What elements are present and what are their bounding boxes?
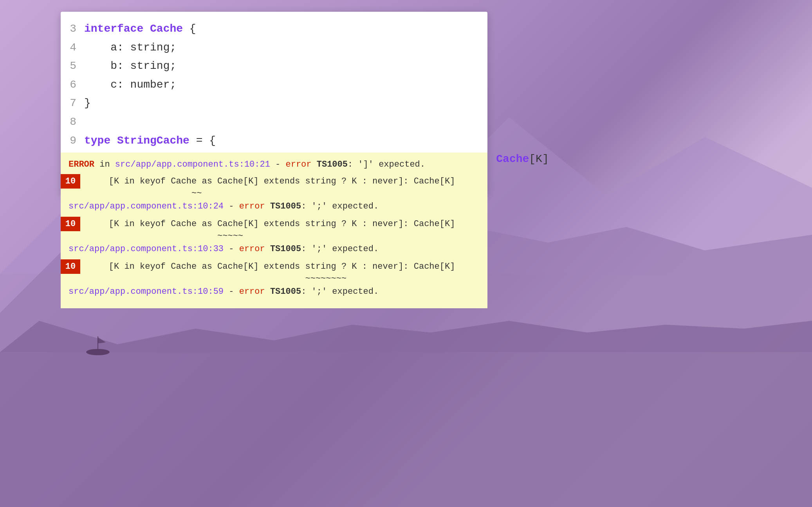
error-line-num-3: 10 — [61, 259, 80, 274]
token: b: string; — [84, 60, 176, 72]
msg-dash-3: - — [224, 287, 239, 297]
svg-point-4 — [86, 349, 110, 355]
token: { — [183, 23, 196, 35]
line-number: 6 — [61, 76, 84, 94]
error-msg-1: src/app/app.component.ts:10:24 - error T… — [61, 200, 487, 215]
code-line: 7} — [61, 94, 487, 113]
msg-code-1: TS1005: ';' expected. — [265, 201, 379, 211]
code-line: 3interface Cache { — [61, 20, 487, 38]
code-line: 4 a: string; — [61, 38, 487, 57]
line-content: interface Cache { — [84, 20, 487, 38]
error-line-row-2: 10 [K in keyof Cache as Cache[K] extends… — [61, 217, 487, 231]
error-line-code-1: [K in keyof Cache as Cache[K] extends st… — [80, 174, 463, 189]
token: type — [84, 135, 117, 147]
line-number: 3 — [61, 20, 84, 38]
line-number: 4 — [61, 38, 84, 57]
error-dash-1: - — [270, 160, 286, 169]
line-content: c: number; — [84, 76, 487, 94]
error-msg-3: src/app/app.component.ts:10:59 - error T… — [61, 285, 487, 300]
msg-code-3: TS1005: ';' expected. — [265, 287, 379, 297]
squiggle-spacer-3 — [61, 274, 80, 284]
code-line: 8 — [61, 113, 487, 131]
msg-code-2: TS1005: ';' expected. — [265, 244, 379, 254]
error-squiggle-2: ~~~~~ — [80, 231, 251, 241]
msg-label-1: error — [239, 201, 265, 211]
token: StringCache — [117, 135, 189, 147]
error-squiggle-row-3: ~~~~~~~~ — [61, 274, 487, 285]
squiggle-spacer-2 — [61, 231, 80, 241]
msg-label-3: error — [239, 287, 265, 297]
squiggle-spacer-1 — [61, 189, 80, 198]
error-line-code-2: [K in keyof Cache as Cache[K] extends st… — [80, 217, 463, 231]
svg-marker-3 — [0, 321, 812, 507]
error-line-row-3: 10 [K in keyof Cache as Cache[K] extends… — [61, 259, 487, 274]
line-content: } — [84, 94, 487, 113]
error-line-row-1: 10 [K in keyof Cache as Cache[K] extends… — [61, 174, 487, 189]
line-number: 7 — [61, 94, 84, 113]
code-line: 5 b: string; — [61, 57, 487, 76]
token: Cache — [496, 153, 529, 165]
error-panel: ERROR in src/app/app.component.ts:10:21 … — [61, 153, 487, 308]
token: c: number; — [84, 79, 176, 91]
token: a: string; — [84, 41, 176, 54]
code-line: 9type StringCache = { — [61, 131, 487, 150]
line-content: b: string; — [84, 57, 487, 76]
error-block-3: 10 [K in keyof Cache as Cache[K] extends… — [61, 259, 487, 300]
msg-path-3: src/app/app.component.ts:10:59 — [69, 287, 224, 297]
error-squiggle-row-1: ~~ — [61, 189, 487, 200]
line-number: 9 — [61, 131, 84, 150]
line-content: type StringCache = { — [84, 131, 487, 150]
msg-dash-2: - — [224, 244, 239, 254]
code-line: 6 c: number; — [61, 76, 487, 94]
msg-path-1: src/app/app.component.ts:10:24 — [69, 201, 224, 211]
error-squiggle-row-2: ~~~~~ — [61, 231, 487, 243]
token: interface — [84, 23, 150, 35]
msg-path-2: src/app/app.component.ts:10:33 — [69, 244, 224, 254]
error-line-num-1: 10 — [61, 174, 80, 189]
error-line-num-2: 10 — [61, 217, 80, 231]
error-block-2: 10 [K in keyof Cache as Cache[K] extends… — [61, 217, 487, 258]
error-block-1: 10 [K in keyof Cache as Cache[K] extends… — [61, 174, 487, 215]
error-code-1: TS1005: ']' expected. — [312, 160, 425, 169]
token: = { — [189, 135, 216, 147]
token: [K] — [529, 153, 549, 165]
error-in: in — [94, 160, 115, 169]
line-content: a: string; — [84, 38, 487, 57]
error-squiggle-1: ~~ — [80, 189, 209, 198]
token: Cache — [150, 23, 183, 35]
error-squiggle-3: ~~~~~~~~ — [80, 274, 354, 284]
error-line-code-3: [K in keyof Cache as Cache[K] extends st… — [80, 259, 463, 274]
line-number: 8 — [61, 113, 84, 131]
error-label-1: error — [286, 160, 312, 169]
msg-dash-1: - — [224, 201, 239, 211]
line-number: 5 — [61, 57, 84, 76]
msg-label-2: error — [239, 244, 265, 254]
error-msg-2: src/app/app.component.ts:10:33 - error T… — [61, 243, 487, 258]
error-path-1: src/app/app.component.ts:10:21 — [115, 160, 270, 169]
error-keyword: ERROR — [69, 160, 94, 169]
token: } — [84, 97, 91, 109]
error-header-line: ERROR in src/app/app.component.ts:10:21 … — [61, 156, 487, 173]
